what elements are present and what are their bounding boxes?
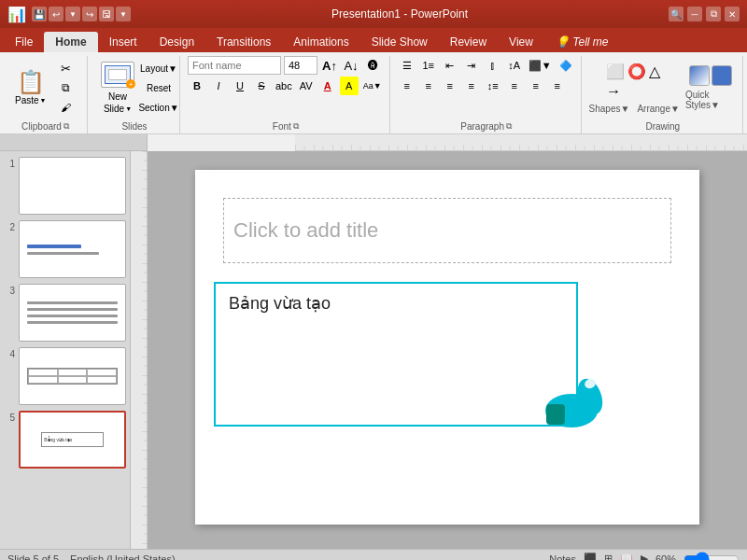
slide-thumb-4[interactable] <box>19 347 126 405</box>
tab-tell-me[interactable]: 💡 Tell me <box>544 32 620 52</box>
increase-indent-button[interactable]: ⇥ <box>462 56 481 75</box>
underline-button[interactable]: U <box>231 77 249 95</box>
font-expand-icon[interactable]: ⧉ <box>293 121 299 132</box>
arrow-shape[interactable]: → <box>606 83 621 100</box>
bold-button[interactable]: B <box>188 77 206 95</box>
tab-file[interactable]: File <box>4 32 44 52</box>
justify-button[interactable]: ≡ <box>462 77 481 95</box>
font-color-button[interactable]: A <box>318 77 337 95</box>
slide-thumb-3[interactable] <box>19 284 126 342</box>
numbered-list-button[interactable]: 1≡ <box>419 56 438 75</box>
undo-dropdown-icon[interactable]: ▼ <box>65 7 80 21</box>
slides-label: Slides <box>95 119 174 133</box>
shape-style-1[interactable] <box>689 65 710 86</box>
tab-insert[interactable]: Insert <box>98 32 148 52</box>
slide-title-placeholder[interactable]: Click to add title <box>223 198 671 263</box>
italic-button[interactable]: I <box>209 77 228 95</box>
view-normal-icon[interactable]: ⬛ <box>584 553 597 560</box>
slide-thumb-5[interactable]: Bảng vừa tạo <box>19 411 126 469</box>
view-reading-icon[interactable]: 📖 <box>620 553 633 560</box>
text-direction-button[interactable]: ↕A <box>505 56 524 75</box>
window-controls: 🔍 ─ ⧉ ✕ <box>669 7 740 21</box>
align-left-button[interactable]: ≡ <box>398 77 416 95</box>
tab-animations[interactable]: Animations <box>282 32 359 52</box>
minimize-button[interactable]: ─ <box>687 7 702 21</box>
more-icon[interactable]: ▼ <box>116 7 131 21</box>
zoom-slider[interactable] <box>684 553 740 561</box>
shadow-button[interactable]: abc <box>274 77 294 95</box>
paragraph-label: Paragraph ⧉ <box>398 119 575 133</box>
view-slideshow-icon[interactable]: ▶ <box>641 553 648 560</box>
tab-transitions[interactable]: Transitions <box>205 32 282 52</box>
section-button[interactable]: Section▼ <box>144 98 174 117</box>
align-text-button[interactable]: ⬛▼ <box>527 56 554 75</box>
canvas-area[interactable]: Click to add title Bảng vừa tạo <box>148 151 747 549</box>
search-icon[interactable]: 🔍 <box>669 7 684 21</box>
format-painter-button[interactable]: 🖌 <box>56 98 77 117</box>
tab-review[interactable]: Review <box>439 32 498 52</box>
text-highlight-button[interactable]: A <box>340 77 359 95</box>
tab-view[interactable]: View <box>498 32 544 52</box>
layout-button[interactable]: Layout▼ <box>144 59 174 77</box>
quick-styles-button[interactable]: Quick Styles▼ <box>685 90 737 110</box>
view-slide-sorter-icon[interactable]: ⊞ <box>604 553 613 560</box>
slide-table-area[interactable]: Bảng vừa tạo <box>214 282 578 427</box>
slide-info: Slide 5 of 5 <box>7 553 59 561</box>
increase-font-button[interactable]: A↑ <box>320 56 339 75</box>
slide-thumb-1[interactable] <box>19 157 126 215</box>
window-title: Presentation1 - PowerPoint <box>131 7 669 21</box>
restore-button[interactable]: ⧉ <box>706 7 721 21</box>
smartart-button[interactable]: 🔷 <box>557 56 575 75</box>
paragraph-expand-icon[interactable]: ⧉ <box>506 121 512 132</box>
font-size-label-btn[interactable]: Aa▼ <box>361 77 384 95</box>
tab-slide-show[interactable]: Slide Show <box>360 32 439 52</box>
drawing-group: ⬜ ⭕ △ → Shapes▼ Arrange▼ Quick Styles▼ <box>584 56 743 133</box>
paste-button[interactable]: 📋 Paste▼ <box>9 58 52 118</box>
shapes-dropdown-button[interactable]: Shapes▼ <box>589 104 630 114</box>
redo-icon[interactable]: ↪ <box>82 7 97 21</box>
close-button[interactable]: ✕ <box>725 7 740 21</box>
notes-button[interactable]: Notes <box>549 553 576 561</box>
arrange-button[interactable]: Arrange▼ <box>637 104 679 114</box>
slides-group: + New Slide▼ Layout▼ Reset Section▼ Slid… <box>90 56 180 133</box>
zoom-level: 60% <box>655 553 676 561</box>
cut-button[interactable]: ✂ <box>56 59 77 77</box>
char-spacing-button[interactable]: AV <box>297 77 316 95</box>
slide-thumb-2[interactable] <box>19 220 126 278</box>
line-spacing-button[interactable]: ↕≡ <box>484 77 502 95</box>
decrease-font-button[interactable]: A↓ <box>342 56 360 75</box>
slide-num-2: 2 <box>4 220 15 232</box>
tab-design[interactable]: Design <box>148 32 205 52</box>
align-center-button[interactable]: ≡ <box>419 77 438 95</box>
align-right-button[interactable]: ≡ <box>441 77 459 95</box>
quick-access-toolbar: 💾 ↩ ▼ ↪ 🖫 ▼ <box>32 7 131 21</box>
shape-style-2[interactable] <box>712 65 732 86</box>
new-slide-label: New <box>108 91 127 102</box>
save-icon[interactable]: 💾 <box>32 7 47 21</box>
tab-home[interactable]: Home <box>44 32 97 52</box>
clipboard-expand-icon[interactable]: ⧉ <box>63 121 69 132</box>
copy-button[interactable]: ⧉ <box>56 78 77 97</box>
align-text2-button[interactable]: ≡ <box>505 77 524 95</box>
justify2-button[interactable]: ≡ <box>548 77 567 95</box>
font-name-input[interactable] <box>188 56 281 75</box>
customize-icon[interactable]: 🖫 <box>99 7 114 21</box>
thumb-line-2a <box>27 252 99 255</box>
new-slide-button[interactable]: + New Slide▼ <box>95 58 140 118</box>
align-right2-button[interactable]: ≡ <box>527 77 545 95</box>
undo-icon[interactable]: ↩ <box>49 7 63 21</box>
font-size-input[interactable] <box>284 56 317 75</box>
strikethrough-button[interactable]: S <box>252 77 271 95</box>
thumb-box-5: Bảng vừa tạo <box>41 432 104 447</box>
ruler-marks-svg <box>295 134 747 150</box>
columns-button[interactable]: ⫿ <box>484 56 502 75</box>
rectangle-shape[interactable]: ⬜ <box>606 63 625 80</box>
clear-format-button[interactable]: 🅐 <box>363 56 382 75</box>
bullet-list-button[interactable]: ☰ <box>398 56 416 75</box>
triangle-shape[interactable]: △ <box>649 63 660 80</box>
reset-button[interactable]: Reset <box>144 78 174 97</box>
language: English (United States) <box>70 553 176 561</box>
shapes-arrange-area: ⬜ ⭕ △ → Shapes▼ Arrange▼ <box>589 63 680 114</box>
oval-shape[interactable]: ⭕ <box>627 63 646 80</box>
decrease-indent-button[interactable]: ⇤ <box>441 56 459 75</box>
